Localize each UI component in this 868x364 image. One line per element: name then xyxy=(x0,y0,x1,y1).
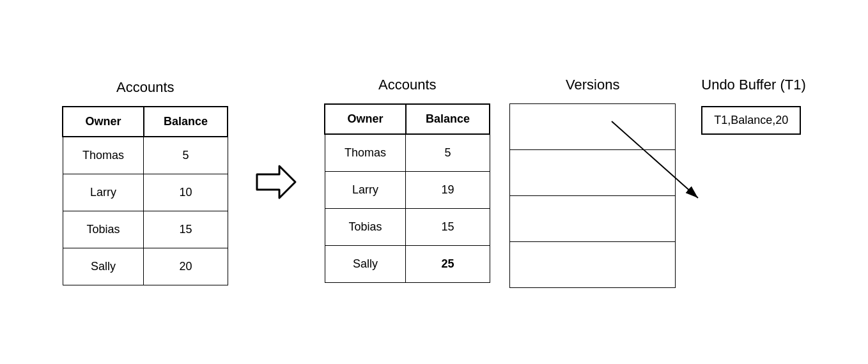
right-owner-header: Owner xyxy=(325,104,405,134)
left-accounts-section: Accounts Owner Balance Thomas 5 Larry 10 xyxy=(62,79,228,285)
left-balance-thomas: 5 xyxy=(144,137,228,174)
right-accounts-title: Accounts xyxy=(378,77,437,93)
table-row: Sally 20 xyxy=(63,248,228,285)
right-accounts-table: Owner Balance Thomas 5 Larry 19 Tobias xyxy=(324,103,490,283)
left-owner-larry: Larry xyxy=(63,174,143,211)
right-panel: Accounts Owner Balance Thomas 5 Larry 1 xyxy=(324,77,805,288)
version-cell-1 xyxy=(510,103,676,149)
right-arrow-svg xyxy=(254,163,298,201)
arrow-icon xyxy=(254,163,298,201)
left-owner-sally: Sally xyxy=(63,248,143,285)
versions-title: Versions xyxy=(566,77,619,93)
undo-buffer-entry: T1,Balance,20 xyxy=(701,106,801,135)
right-owner-tobias: Tobias xyxy=(325,208,405,245)
versions-section: Versions xyxy=(509,77,676,288)
left-balance-header: Balance xyxy=(144,107,228,137)
left-balance-sally: 20 xyxy=(144,248,228,285)
versions-table xyxy=(509,103,676,288)
left-accounts-title: Accounts xyxy=(116,79,174,96)
version-cell-3 xyxy=(510,195,676,241)
svg-marker-0 xyxy=(257,166,295,198)
undo-buffer-section: Undo Buffer (T1) T1,Balance,20 xyxy=(701,77,805,135)
table-row: Larry 10 xyxy=(63,174,228,211)
left-balance-larry: 10 xyxy=(144,174,228,211)
table-row: Thomas 5 xyxy=(325,134,490,172)
right-owner-sally: Sally xyxy=(325,245,405,282)
table-row: Tobias 15 xyxy=(325,208,490,245)
version-cell-2 xyxy=(510,149,676,195)
left-owner-header: Owner xyxy=(63,107,143,137)
right-balance-thomas: 5 xyxy=(406,134,490,172)
table-row: Tobias 15 xyxy=(63,211,228,248)
left-owner-tobias: Tobias xyxy=(63,211,143,248)
right-owner-thomas: Thomas xyxy=(325,134,405,172)
right-accounts-section: Accounts Owner Balance Thomas 5 Larry 1 xyxy=(324,77,490,283)
left-balance-tobias: 15 xyxy=(144,211,228,248)
undo-buffer-title: Undo Buffer (T1) xyxy=(701,77,805,93)
left-owner-thomas: Thomas xyxy=(63,137,143,174)
table-row: Thomas 5 xyxy=(63,137,228,174)
right-balance-sally: 25 xyxy=(406,245,490,282)
right-owner-larry: Larry xyxy=(325,171,405,208)
left-accounts-table: Owner Balance Thomas 5 Larry 10 Tobias 1… xyxy=(62,106,228,285)
table-row: Larry 19 xyxy=(325,171,490,208)
right-balance-header: Balance xyxy=(406,104,490,134)
right-balance-tobias: 15 xyxy=(406,208,490,245)
right-balance-larry: 19 xyxy=(406,171,490,208)
table-row: Sally 25 xyxy=(325,245,490,282)
version-cell-4 xyxy=(510,241,676,287)
